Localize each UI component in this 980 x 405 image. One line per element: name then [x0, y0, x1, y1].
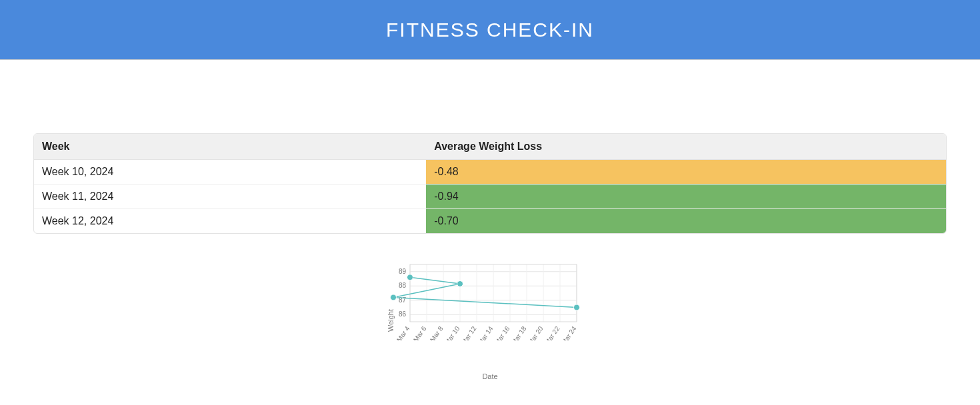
- chart-container: Weight 86878889Mar 4Mar 6Mar 8Mar 10Mar …: [33, 260, 947, 380]
- svg-text:88: 88: [399, 282, 407, 289]
- svg-text:Mar 4: Mar 4: [395, 324, 411, 340]
- cell-value: -0.70: [426, 208, 946, 233]
- chart-xlabel: Date: [383, 372, 597, 380]
- svg-text:Mar 8: Mar 8: [429, 324, 445, 340]
- svg-text:86: 86: [399, 310, 407, 318]
- svg-text:Mar 24: Mar 24: [560, 324, 578, 340]
- svg-text:Mar 14: Mar 14: [477, 324, 495, 340]
- svg-point-33: [391, 294, 397, 300]
- svg-text:Mar 18: Mar 18: [510, 324, 528, 340]
- svg-point-34: [574, 304, 580, 310]
- svg-point-32: [457, 281, 463, 287]
- col-avg: Average Weight Loss: [426, 134, 946, 160]
- weight-chart: 86878889Mar 4Mar 6Mar 8Mar 10Mar 12Mar 1…: [383, 260, 583, 340]
- cell-value: -0.94: [426, 184, 946, 208]
- cell-value: -0.48: [426, 160, 946, 184]
- svg-text:Mar 10: Mar 10: [443, 324, 461, 340]
- weight-loss-table: Week Average Weight Loss Week 10, 2024-0…: [33, 133, 947, 234]
- svg-text:Mar 22: Mar 22: [543, 324, 561, 340]
- svg-text:Mar 12: Mar 12: [460, 324, 478, 340]
- chart-ylabel: Weight: [387, 309, 395, 332]
- cell-week: Week 12, 2024: [34, 208, 426, 233]
- table-row: Week 10, 2024-0.48: [34, 160, 946, 184]
- table-row: Week 11, 2024-0.94: [34, 184, 946, 208]
- svg-point-31: [407, 274, 413, 280]
- cell-week: Week 11, 2024: [34, 184, 426, 208]
- cell-week: Week 10, 2024: [34, 160, 426, 184]
- svg-text:Mar 16: Mar 16: [493, 324, 511, 340]
- col-week: Week: [34, 134, 426, 160]
- main-content: Week Average Weight Loss Week 10, 2024-0…: [0, 60, 980, 405]
- svg-text:Mar 20: Mar 20: [527, 324, 545, 340]
- page-title: FITNESS CHECK-IN: [386, 19, 594, 41]
- svg-text:89: 89: [399, 268, 407, 275]
- svg-text:Mar 6: Mar 6: [412, 324, 428, 340]
- table-row: Week 12, 2024-0.70: [34, 208, 946, 233]
- page-header: FITNESS CHECK-IN: [0, 0, 980, 60]
